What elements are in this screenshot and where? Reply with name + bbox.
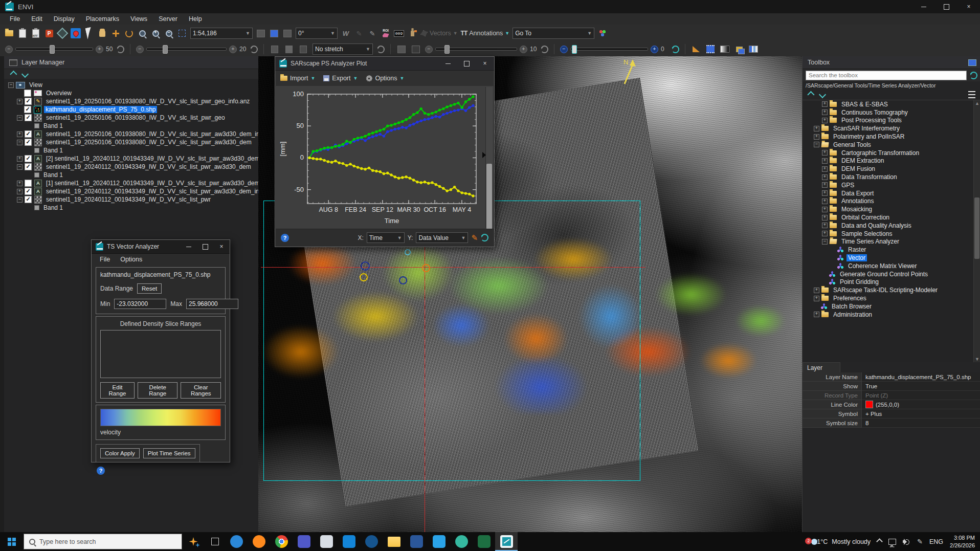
contrast-slider[interactable] xyxy=(146,48,227,51)
plot-maximize-button[interactable] xyxy=(457,57,476,70)
toolbox-tree-item[interactable]: +Continuous Tomography xyxy=(803,108,973,117)
brightness-minus-button[interactable]: − xyxy=(5,46,13,53)
layer-visibility-checkbox[interactable]: ✓ xyxy=(25,114,32,121)
toolbox-tree-item[interactable]: +Administration xyxy=(803,311,973,319)
selected-point-marker[interactable] xyxy=(422,264,430,272)
layer-stack-icon[interactable] xyxy=(734,44,744,54)
flip-icon[interactable] xyxy=(282,28,293,38)
plot-panel-expander-icon[interactable] xyxy=(482,152,486,158)
rotation-combobox[interactable]: 0°▼ xyxy=(296,28,338,39)
stretch-linear-icon[interactable] xyxy=(270,44,280,54)
ntf-icon[interactable] xyxy=(31,28,41,38)
toolbox-tree-item[interactable]: +SARscape Task-IDL Scripting-Modeler xyxy=(803,286,973,294)
copilot-button[interactable] xyxy=(182,532,205,551)
taskbar-app-firefox[interactable] xyxy=(248,532,270,551)
menu-item-file[interactable]: File xyxy=(4,13,26,25)
toolbox-expander-icon[interactable]: + xyxy=(822,109,828,115)
layer-tree-item[interactable]: +✓Asentinel1_19_20240112_001943349_IW_D_… xyxy=(4,187,258,195)
toolbox-tree-item[interactable]: +Preferences xyxy=(803,294,973,302)
toolbox-expander-icon[interactable]: + xyxy=(822,166,828,172)
layer-visibility-checkbox[interactable]: ✓ xyxy=(25,98,32,105)
layer-tree-item[interactable]: +✓A[2] sentinel1_19_20240112_001943349_I… xyxy=(4,155,258,163)
toolbox-tree-item[interactable]: +DEM Fusion xyxy=(803,165,973,173)
toolbox-expander-icon[interactable]: + xyxy=(822,215,828,221)
layer-tree-item[interactable]: Band 1 xyxy=(4,204,258,212)
toolbox-scrollbar[interactable]: ▲ ▼ xyxy=(973,100,980,362)
property-value[interactable]: 8 xyxy=(862,418,980,428)
spectral-profile-icon[interactable]: W xyxy=(341,28,351,38)
property-value[interactable]: kathmandu_displacement_PS_75_0.shp xyxy=(862,372,980,382)
layer-tree-item[interactable]: −✓sentinel1_19_20240112_001943349_IW_D_V… xyxy=(4,163,258,171)
layer-tree-item[interactable]: Band 1 xyxy=(4,146,258,155)
toolbox-tree-item[interactable]: Coherence Matrix Viewer xyxy=(803,262,973,270)
start-button[interactable] xyxy=(0,532,24,551)
sharpen-reset-icon[interactable] xyxy=(541,46,548,53)
transparency-reset-icon[interactable] xyxy=(672,46,679,53)
toolbox-tree-item[interactable]: −Time Series Analyzer xyxy=(803,238,973,246)
roi-tool-icon[interactable]: ROI xyxy=(381,28,391,38)
tree-expander-icon[interactable]: − xyxy=(8,82,14,88)
fly-pan-icon[interactable] xyxy=(110,28,121,38)
clock[interactable]: 3:08 PM 2/26/2026 xyxy=(950,534,975,549)
weather-widget[interactable]: 2 21°C Mostly cloudy xyxy=(809,538,871,545)
contrast-minus-button[interactable]: − xyxy=(136,46,144,53)
color-ramp[interactable] xyxy=(100,409,221,426)
band-counter-icon[interactable]: 009 xyxy=(394,28,404,38)
data-manager-icon[interactable] xyxy=(17,28,28,38)
sharpen-slider[interactable] xyxy=(435,48,517,51)
contrast-reset-icon[interactable] xyxy=(250,46,258,53)
toolbox-tree-item[interactable]: +Mosaicking xyxy=(803,205,973,213)
toolbox-expander-icon[interactable]: + xyxy=(822,158,828,164)
plot-window-titlebar[interactable]: SARscape PS Analyzer Plot × xyxy=(275,57,494,71)
layer-visibility-checkbox[interactable]: ✓ xyxy=(25,155,32,162)
toolbox-expander-icon[interactable]: + xyxy=(814,296,819,301)
color-slice-icon[interactable] xyxy=(720,44,730,54)
goto-combobox[interactable]: Go To▼ xyxy=(513,28,594,39)
layer-visibility-checkbox[interactable]: ✓ xyxy=(25,196,32,203)
zoom-out-icon[interactable]: − xyxy=(164,28,174,38)
north-up-icon[interactable] xyxy=(269,28,279,38)
zoom-icon[interactable] xyxy=(137,28,147,38)
toolbox-tree-item[interactable]: +Data Export xyxy=(803,189,973,197)
toolbox-expander-icon[interactable]: + xyxy=(822,174,828,180)
plot-minimize-button[interactable] xyxy=(439,57,457,70)
stretch-equalize-icon[interactable] xyxy=(284,44,294,54)
selected-point-marker[interactable] xyxy=(399,276,407,284)
ts-menu-options[interactable]: Options xyxy=(116,256,146,263)
rotate-view-icon[interactable] xyxy=(124,28,134,38)
plot-time-series-button[interactable]: Plot Time Series xyxy=(143,448,195,458)
layer-tree-item[interactable]: +✓✎sentinel1_19_20250106_001938080_IW_D_… xyxy=(4,97,258,105)
tree-expander-icon[interactable]: + xyxy=(17,99,23,104)
menu-item-display[interactable]: Display xyxy=(48,13,80,25)
toolbox-panel-icon[interactable] xyxy=(968,59,976,66)
transparency-minus-button[interactable]: − xyxy=(560,46,568,53)
toolbox-expander-icon[interactable]: − xyxy=(822,239,828,245)
placemark-icon[interactable] xyxy=(71,28,81,38)
tree-expander-icon[interactable]: + xyxy=(17,181,23,186)
plot-export-dropdown[interactable]: Export▼ xyxy=(323,75,358,82)
plot-scrollbar[interactable] xyxy=(485,87,493,228)
open-file-icon[interactable] xyxy=(4,28,14,38)
tree-expander-icon[interactable]: − xyxy=(17,115,23,121)
toolbox-expander-icon[interactable]: + xyxy=(814,134,819,140)
toolbox-tree-item[interactable]: Vector xyxy=(803,254,973,262)
reset-button[interactable]: Reset xyxy=(137,283,162,294)
toolbox-search-input[interactable] xyxy=(806,71,967,80)
task-view-button[interactable] xyxy=(205,532,225,551)
ts-maximize-button[interactable] xyxy=(197,240,213,253)
toolbox-expander-icon[interactable]: − xyxy=(814,142,819,147)
menu-item-placemarks[interactable]: Placemarks xyxy=(80,13,125,25)
band-columns-icon[interactable] xyxy=(748,44,759,54)
selected-point-marker[interactable] xyxy=(360,273,368,281)
layer-visibility-checkbox[interactable]: ✓ xyxy=(25,163,32,170)
toolbox-up-icon[interactable] xyxy=(807,91,814,98)
toolbox-expander-icon[interactable]: + xyxy=(814,126,819,131)
tray-overflow-icon[interactable] xyxy=(876,538,883,545)
toolbox-tree-item[interactable]: Raster xyxy=(803,246,973,254)
series-animation-icon[interactable] xyxy=(705,44,716,54)
plot-close-button[interactable]: × xyxy=(476,57,494,70)
ts-titlebar[interactable]: TS Vector Analyzer × xyxy=(92,240,230,254)
transform-icon[interactable] xyxy=(256,28,266,38)
preferences-gear-icon[interactable] xyxy=(597,28,608,38)
menu-item-help[interactable]: Help xyxy=(183,13,208,25)
